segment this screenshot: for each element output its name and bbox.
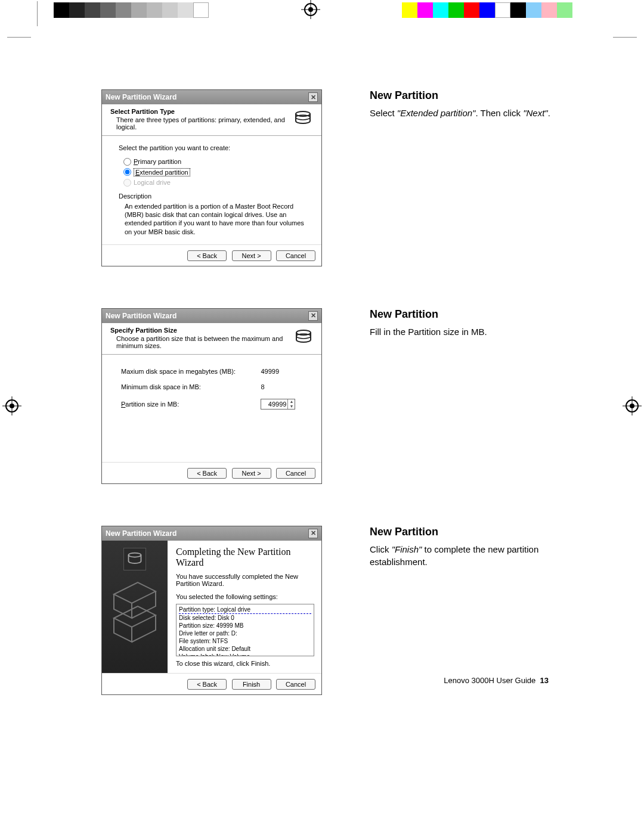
list-item: Disk selected: Disk 0 [179, 614, 311, 622]
wizard-titlebar: New Partition Wizard ✕ [102, 526, 321, 541]
next-button[interactable]: Next > [232, 468, 271, 479]
next-button[interactable]: Next > [232, 250, 271, 261]
footer-page-number: 13 [540, 676, 549, 685]
description-text: An extended partition is a portion of a … [125, 202, 305, 236]
list-item: Volume label: New Volume [179, 653, 311, 656]
close-icon[interactable]: ✕ [308, 311, 318, 321]
page-footer: Lenovo 3000H User Guide 13 [444, 676, 549, 685]
partition-size-input[interactable] [261, 399, 287, 409]
wizard-dialog-partition-type: New Partition Wizard ✕ Select Partition … [101, 89, 322, 266]
instruction-heading: New Partition [370, 308, 566, 321]
list-item: Partition size: 49999 MB [179, 622, 311, 629]
wizard-header-title: Specify Partition Size [110, 327, 294, 334]
disk-stack-icon [123, 548, 146, 570]
disk-isometric-icon [108, 576, 162, 660]
back-button[interactable]: < Back [187, 468, 227, 479]
completing-heading: Completing the New Partition Wizard [176, 547, 314, 568]
svg-point-20 [129, 553, 141, 557]
registration-mark-icon [623, 396, 642, 415]
instruction-heading: New Partition [370, 89, 566, 102]
instruction-heading: New Partition [370, 526, 566, 538]
disk-stack-icon [294, 327, 313, 348]
min-space-value: 8 [259, 380, 304, 394]
color-bar-grayscale [54, 2, 209, 18]
instruction-text: Fill in the Partition size in MB. [370, 325, 566, 338]
radio-extended-partition[interactable]: Extended partition [123, 168, 305, 176]
color-bar-cmyk [402, 2, 572, 18]
back-button[interactable]: < Back [187, 679, 227, 690]
wizard-dialog-completing: New Partition Wizard ✕ [101, 526, 322, 695]
list-item: Partition type: Logical drive [179, 606, 311, 614]
radio-primary-partition[interactable]: PPrimary partitionrimary partition [123, 157, 305, 166]
cancel-button[interactable]: Cancel [276, 468, 315, 479]
close-icon[interactable]: ✕ [308, 92, 318, 102]
wizard-dialog-partition-size: New Partition Wizard ✕ Specify Partition… [101, 308, 322, 484]
list-item: Drive letter or path: D: [179, 629, 311, 637]
wizard-side-graphic [102, 541, 168, 673]
registration-mark-icon [301, 0, 320, 19]
registration-mark-icon [2, 396, 21, 415]
settings-listbox[interactable]: Partition type: Logical drive Disk selec… [176, 604, 314, 656]
close-hint-text: To close this wizard, click Finish. [176, 660, 314, 667]
wizard-header-subtitle: There are three types of partitions: pri… [116, 116, 293, 131]
instruction-text: Select "Extended partition". Then click … [370, 107, 566, 119]
description-label: Description [119, 193, 305, 200]
cancel-button[interactable]: Cancel [276, 679, 315, 690]
radio-logical-drive: Logical drive [123, 178, 305, 187]
finish-button[interactable]: Finish [232, 679, 271, 690]
wizard-header-title: Select Partition Type [110, 108, 293, 115]
wizard-titlebar: New Partition Wizard ✕ [102, 90, 321, 104]
instruction-text: Click "Finish" to complete the new parti… [370, 543, 566, 568]
close-icon[interactable]: ✕ [308, 529, 318, 538]
wizard-title: New Partition Wizard [106, 93, 177, 101]
partition-size-stepper[interactable]: ▲▼ [261, 399, 295, 410]
max-space-label: Maxium disk space in megabytes (MB): [120, 364, 258, 379]
select-partition-prompt: Select the partition you want to create: [119, 144, 305, 151]
disk-stack-icon [293, 108, 313, 129]
back-button[interactable]: < Back [187, 250, 227, 261]
partition-size-label: Partition size in MB: [120, 395, 258, 413]
wizard-title: New Partition Wizard [106, 312, 177, 320]
spinner-down-icon[interactable]: ▼ [288, 404, 295, 409]
cancel-button[interactable]: Cancel [276, 250, 315, 261]
list-item: Allocation unit size: Default [179, 645, 311, 653]
completing-success-text: You have successfully completed the New … [176, 573, 314, 587]
wizard-titlebar: New Partition Wizard ✕ [102, 309, 321, 323]
spinner-up-icon[interactable]: ▲ [288, 399, 295, 404]
footer-guide-name: Lenovo 3000H User Guide [444, 676, 535, 685]
wizard-title: New Partition Wizard [106, 529, 177, 538]
min-space-label: Minimum disk space in MB: [120, 380, 258, 394]
settings-selected-label: You selected the following settings: [176, 593, 314, 600]
max-space-value: 49999 [259, 364, 304, 379]
list-item: File system: NTFS [179, 637, 311, 645]
wizard-header-subtitle: Choose a partition size that is between … [116, 335, 294, 349]
